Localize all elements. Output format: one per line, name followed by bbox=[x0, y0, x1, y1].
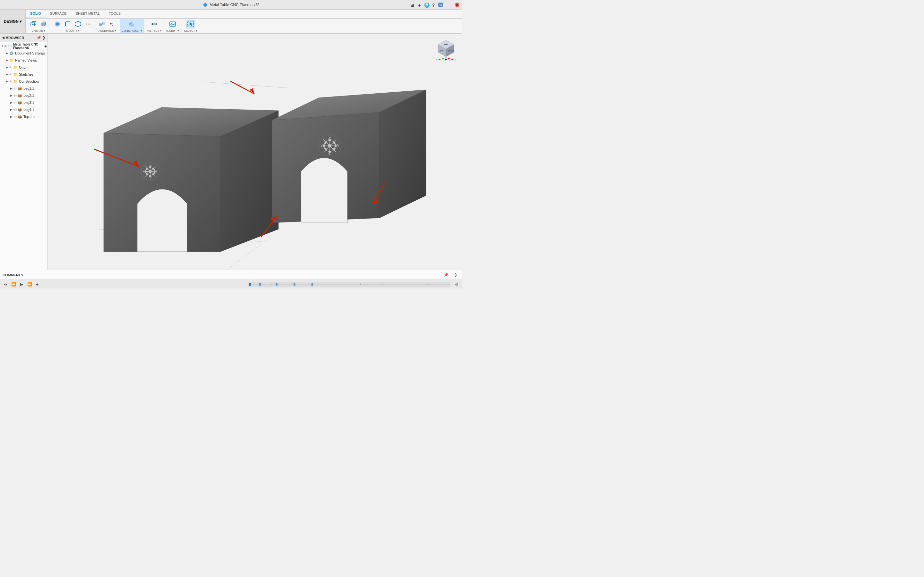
tree-label: Metal Table CNC Plasma v6 bbox=[13, 43, 43, 50]
svg-point-52 bbox=[145, 170, 147, 173]
group-assemble: fx ASSEMBLE ▾ bbox=[95, 19, 119, 33]
insert-image-icon[interactable] bbox=[168, 19, 177, 29]
eye-icon: 👁 bbox=[13, 108, 17, 111]
comments-expand[interactable]: ❯ bbox=[452, 271, 459, 279]
svg-point-75 bbox=[328, 139, 331, 141]
svg-rect-114 bbox=[294, 283, 296, 285]
tree-item-origin[interactable]: ▶ 👁 📁 Origin bbox=[0, 64, 47, 71]
tab-row: SOLID SURFACE SHEET METAL TOOLS bbox=[26, 10, 462, 19]
step-back-start-button[interactable]: ⏮ bbox=[2, 281, 9, 288]
timeline-bar[interactable] bbox=[248, 282, 451, 287]
tree-item-named-views[interactable]: ▶ 📁 Named Views bbox=[0, 57, 47, 64]
construct-label: CONSTRUCT ▾ bbox=[121, 29, 142, 32]
component-icon: 📦 bbox=[17, 93, 23, 98]
eye-icon: 👁 bbox=[13, 115, 17, 119]
svg-point-76 bbox=[328, 151, 331, 153]
design-dropdown[interactable]: DESIGN ▾ bbox=[0, 10, 26, 33]
title-actions: ⊞ + 🌐 ? AE bbox=[410, 3, 443, 7]
tree-label: Leg4:1 bbox=[23, 108, 34, 111]
tree-item-leg1[interactable]: ▶ 👁 📦 Leg1:1 bbox=[0, 85, 47, 92]
svg-point-78 bbox=[334, 144, 337, 147]
component-icon: 📦 bbox=[17, 86, 23, 91]
viewport[interactable]: TOP LEFT FRONT Z X Y ⊕ ▾ ✋ 🔍 🔍 ▾ ⬛ bbox=[47, 34, 462, 270]
svg-rect-115 bbox=[311, 283, 313, 285]
grid-button[interactable]: ⊞ bbox=[410, 3, 415, 7]
create-box-icon[interactable] bbox=[29, 19, 38, 29]
tab-tools[interactable]: TOOLS bbox=[104, 10, 125, 18]
add-button[interactable]: + bbox=[417, 3, 422, 7]
svg-line-98 bbox=[438, 58, 446, 60]
settings-button[interactable]: ⚙ bbox=[453, 281, 460, 288]
user-button[interactable]: AE bbox=[438, 3, 443, 7]
window-controls: ✕ bbox=[455, 3, 459, 7]
main-toolbar: DESIGN ▾ SOLID SURFACE SHEET METAL TOOLS bbox=[0, 10, 462, 34]
insert-icons bbox=[168, 19, 177, 29]
comments-label: COMMENTS bbox=[3, 273, 23, 277]
comments-bar: COMMENTS 📌 ❯ bbox=[0, 270, 462, 279]
modify-press-pull-icon[interactable] bbox=[53, 19, 62, 29]
tree-item-root[interactable]: ▼ 👁 📄 Metal Table CNC Plasma v6 ⏺ bbox=[0, 43, 47, 50]
create-extrude-icon[interactable] bbox=[39, 19, 48, 29]
tree-label: Document Settings bbox=[15, 51, 45, 55]
tree-item-leg4[interactable]: ▶ 👁 📦 Leg4:1 bbox=[0, 106, 47, 113]
modify-icons bbox=[53, 19, 93, 29]
svg-rect-2 bbox=[41, 23, 45, 26]
globe-button[interactable]: 🌐 bbox=[424, 3, 429, 7]
app-icon: 🔷 bbox=[203, 3, 208, 7]
assemble-fx-icon[interactable]: fx bbox=[108, 19, 117, 29]
step-back-button[interactable]: ⏪ bbox=[10, 281, 17, 288]
step-forward-end-button[interactable]: ⏭ bbox=[34, 281, 41, 288]
tree-item-construction[interactable]: ▶ 👁 📁 Construction bbox=[0, 78, 47, 85]
browser-panel: ◀ BROWSER 📌 ❯ ▼ 👁 📄 Metal Table CNC Plas… bbox=[0, 34, 47, 270]
create-icons bbox=[29, 19, 48, 29]
record-icon: ⏺ bbox=[44, 45, 47, 48]
assemble-joint-icon[interactable] bbox=[97, 19, 107, 29]
svg-rect-12 bbox=[102, 22, 105, 25]
browser-pin-icon[interactable]: 📌 bbox=[37, 35, 41, 40]
folder-icon: 📁 bbox=[13, 79, 18, 84]
create-label: CREATE ▾ bbox=[32, 29, 45, 32]
tree-item-top[interactable]: ▶ 👁 📦 Top:1 ○ bbox=[0, 113, 47, 120]
modify-shell-icon[interactable] bbox=[73, 19, 82, 29]
tree-label: Named Views bbox=[15, 58, 37, 62]
svg-point-45 bbox=[149, 170, 152, 173]
comments-pin[interactable]: 📌 bbox=[442, 271, 450, 279]
tab-solid[interactable]: SOLID bbox=[26, 10, 45, 18]
browser-collapse-icon[interactable]: ◀ bbox=[2, 36, 5, 39]
assemble-label: ASSEMBLE ▾ bbox=[98, 29, 116, 32]
modify-fillet-icon[interactable] bbox=[63, 19, 72, 29]
eye-icon: 👁 bbox=[13, 87, 17, 90]
tree-item-sketches[interactable]: ▶ 👁 📁 Sketches bbox=[0, 71, 47, 78]
browser-expand-icon[interactable]: ❯ bbox=[42, 35, 45, 40]
svg-text:fx: fx bbox=[110, 22, 113, 27]
svg-rect-11 bbox=[99, 23, 102, 26]
tab-surface[interactable]: SURFACE bbox=[45, 10, 71, 18]
svg-text:Y: Y bbox=[436, 59, 437, 61]
tab-sheet-metal[interactable]: SHEET METAL bbox=[71, 10, 104, 18]
assemble-icons: fx bbox=[97, 19, 117, 29]
construct-icons bbox=[128, 19, 136, 29]
select-icons bbox=[186, 19, 195, 29]
group-modify: MODIFY ▾ bbox=[51, 19, 95, 33]
modify-more-icon[interactable] bbox=[84, 19, 93, 29]
step-forward-button[interactable]: ⏩ bbox=[26, 281, 33, 288]
tree-item-leg2[interactable]: ▶ 👁 📦 Leg2:1 bbox=[0, 92, 47, 99]
tree-label: Leg1:1 bbox=[23, 87, 34, 90]
close-button[interactable]: ✕ bbox=[455, 3, 459, 7]
select-icon[interactable] bbox=[186, 19, 195, 29]
svg-text:FRONT: FRONT bbox=[448, 50, 454, 52]
view-cube[interactable]: TOP LEFT FRONT Z X Y bbox=[433, 37, 459, 63]
tree-item-doc-settings[interactable]: ▶ ⚙️ Document Settings bbox=[0, 50, 47, 57]
construct-plane-icon[interactable] bbox=[128, 19, 136, 29]
help-button[interactable]: ? bbox=[431, 3, 436, 7]
play-button[interactable]: ▶ bbox=[18, 281, 25, 288]
tree-item-leg3[interactable]: ▶ 👁 📦 Leg3:1 bbox=[0, 99, 47, 106]
svg-rect-112 bbox=[259, 283, 261, 285]
browser-title: BROWSER bbox=[6, 36, 24, 40]
svg-point-70 bbox=[328, 144, 331, 147]
group-create: CREATE ▾ bbox=[27, 19, 50, 33]
svg-rect-111 bbox=[249, 283, 251, 285]
settings-icon: ⚙️ bbox=[9, 51, 14, 56]
component-icon: 📦 bbox=[17, 100, 23, 105]
inspect-measure-icon[interactable] bbox=[150, 19, 159, 29]
